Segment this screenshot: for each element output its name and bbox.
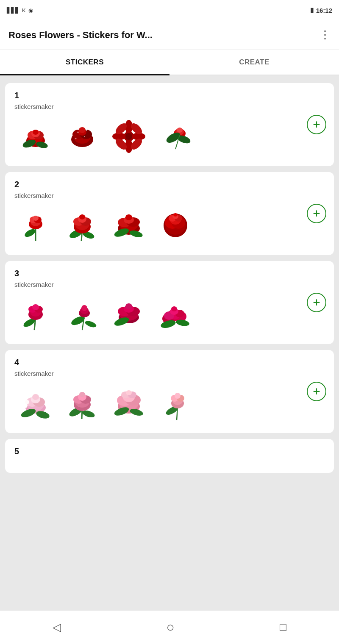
pack-5-number: 5 [14,447,326,456]
sticker-pack-5: 5 [5,439,334,473]
svg-point-17 [79,127,86,133]
signal-icon: ▋▋▋ [7,7,19,14]
svg-point-132 [175,393,181,399]
status-bar-right: ▮ 16:12 [310,6,332,14]
pack-1-sticker-1 [14,115,57,158]
pack-2-sticker-3 [108,204,150,247]
pack-3-number: 3 [14,269,326,278]
svg-point-93 [171,306,177,311]
svg-point-55 [125,214,132,220]
svg-point-30 [177,128,183,133]
svg-point-101 [32,394,39,400]
pack-2-add-button[interactable]: + [307,204,326,223]
svg-point-49 [79,214,85,219]
svg-point-40 [33,216,39,221]
pack-1-number: 1 [14,91,326,100]
pack-1-add-button[interactable]: + [307,115,326,134]
sticker-pack-4: 4 stickersmaker [5,350,334,433]
pack-3-sticker-4 [154,293,197,336]
pack-1-sticker-4 [154,115,197,158]
pack-2-sticker-1 [14,204,57,247]
pack-1-sticker-3 [108,115,150,158]
wifi-icon: ◉ [28,7,33,14]
svg-point-123 [126,390,132,395]
recents-button[interactable]: □ [280,621,286,634]
pack-2-author: stickersmaker [14,192,326,199]
back-button[interactable]: ◁ [53,621,61,634]
tab-create[interactable]: CREATE [170,50,339,75]
pack-2-stickers-row [14,204,326,247]
sticker-packs-list: 1 stickersmaker [0,75,339,610]
pack-3-sticker-3 [108,293,150,336]
pack-4-add-button[interactable]: + [307,382,326,401]
svg-point-15 [84,136,85,137]
svg-point-115 [79,392,85,397]
svg-point-73 [32,304,39,310]
tab-bar: STICKERS CREATE [0,50,339,75]
pack-3-author: stickersmaker [14,281,326,288]
home-button[interactable]: ○ [166,619,174,635]
pack-4-sticker-4 [154,382,197,425]
svg-point-79 [81,305,87,311]
svg-point-14 [86,130,87,131]
svg-point-66 [173,213,178,217]
pack-4-stickers-row [14,382,326,425]
pack-2-sticker-2 [61,204,103,247]
pack-1-sticker-2 [61,115,103,158]
status-bar: ▋▋▋ K ◉ ▮ 16:12 [0,0,339,20]
svg-point-13 [78,132,79,133]
svg-point-104 [25,400,29,404]
pack-1-stickers-row [14,115,326,158]
network-icon: K [22,7,26,14]
sticker-pack-2: 2 stickersmaker [5,172,334,255]
svg-point-16 [75,138,77,139]
pack-2-sticker-4 [154,204,197,247]
tab-stickers[interactable]: STICKERS [0,50,170,75]
pack-3-sticker-1 [14,293,57,336]
pack-1-author: stickersmaker [14,103,326,110]
pack-3-stickers-row [14,293,326,336]
nav-bar: ◁ ○ □ [0,610,339,644]
pack-4-sticker-2 [61,382,103,425]
app-bar: Roses Flowers - Stickers for W... ⋮ [0,20,339,50]
svg-point-27 [125,133,132,140]
status-bar-left: ▋▋▋ K ◉ [7,7,33,14]
time-display: 16:12 [316,7,332,14]
sticker-pack-3: 3 stickersmaker [5,261,334,344]
pack-3-sticker-2 [61,293,103,336]
pack-3-add-button[interactable]: + [307,293,326,312]
pack-2-number: 2 [14,180,326,189]
app-title: Roses Flowers - Stickers for W... [8,30,153,41]
pack-4-sticker-1 [14,382,57,425]
svg-point-5 [33,130,39,135]
pack-4-author: stickersmaker [14,370,326,377]
svg-point-85 [125,303,132,309]
overflow-menu-icon[interactable]: ⋮ [320,28,331,42]
battery-icon: ▮ [310,6,314,14]
pack-4-number: 4 [14,358,326,367]
svg-point-76 [84,320,97,329]
sticker-pack-1: 1 stickersmaker [5,83,334,166]
pack-4-sticker-3 [108,382,150,425]
